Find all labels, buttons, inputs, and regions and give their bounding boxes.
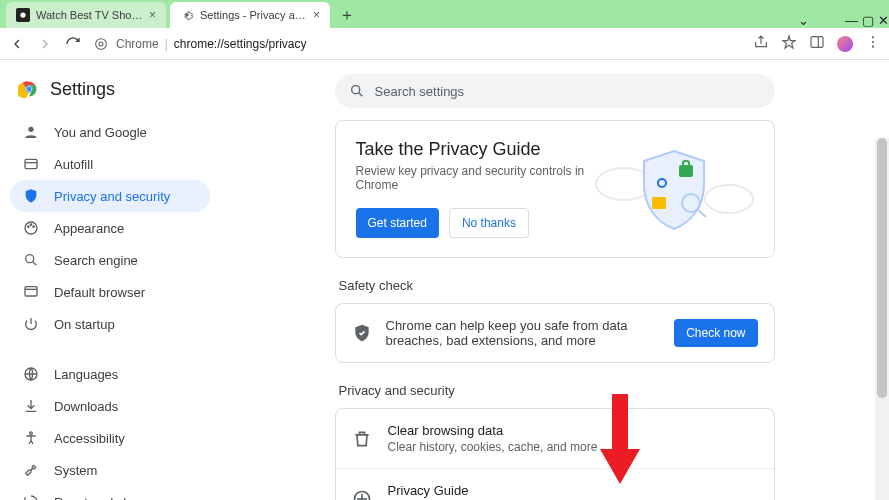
svg-point-2 <box>96 38 107 49</box>
sidebar-item-label: Search engine <box>54 253 138 268</box>
url-prefix: Chrome <box>116 37 159 51</box>
svg-line-35 <box>697 209 706 217</box>
compass-icon <box>352 489 372 501</box>
share-icon[interactable] <box>753 34 769 53</box>
tab-title: Watch Best TV Shows, Serials, S… <box>36 9 143 21</box>
page-title: Settings <box>50 79 115 100</box>
palette-icon <box>22 219 40 237</box>
app-title-row: Settings <box>0 74 220 114</box>
svg-point-23 <box>30 432 33 435</box>
svg-point-15 <box>28 226 29 227</box>
sidebar-item-label: Appearance <box>54 221 124 236</box>
get-started-button[interactable]: Get started <box>356 208 439 238</box>
sidebar-item-system[interactable]: System <box>10 454 210 486</box>
power-icon <box>22 315 40 333</box>
safety-check-header: Safety check <box>339 278 771 293</box>
svg-point-16 <box>30 224 31 225</box>
chrome-logo-icon <box>18 78 40 100</box>
row-clear-browsing-data[interactable]: Clear browsing data Clear history, cooki… <box>336 409 774 469</box>
browser-icon <box>22 283 40 301</box>
browser-tab-0[interactable]: Watch Best TV Shows, Serials, S… × <box>6 2 166 28</box>
minimize-button[interactable]: ― <box>845 13 858 28</box>
annotation-arrow <box>600 394 640 484</box>
chrome-page-icon <box>92 35 110 53</box>
autofill-icon <box>22 155 40 173</box>
download-icon <box>22 397 40 415</box>
address-bar[interactable]: Chrome | chrome://settings/privacy <box>92 35 743 53</box>
svg-point-11 <box>27 87 32 92</box>
sidebar-item-label: Reset and clean up <box>54 495 166 501</box>
sidebar-item-you-and-google[interactable]: You and Google <box>10 116 210 148</box>
trash-icon <box>352 429 372 449</box>
url-path: chrome://settings/privacy <box>174 37 307 51</box>
svg-line-19 <box>33 262 37 266</box>
shield-icon <box>22 187 40 205</box>
guide-title: Take the Privacy Guide <box>356 139 594 160</box>
settings-main: Search settings Take the Privacy Guide R… <box>220 60 889 500</box>
sidebar-item-label: Autofill <box>54 157 93 172</box>
sidebar-item-label: Default browser <box>54 285 145 300</box>
no-thanks-button[interactable]: No thanks <box>449 208 529 238</box>
chevron-down-icon[interactable]: ⌄ <box>798 13 809 28</box>
sidebar-item-downloads[interactable]: Downloads <box>10 390 210 422</box>
safety-check-text: Chrome can help keep you safe from data … <box>386 318 661 348</box>
back-button[interactable] <box>8 35 26 53</box>
browser-toolbar: Chrome | chrome://settings/privacy <box>0 28 889 60</box>
reload-button[interactable] <box>64 35 82 53</box>
svg-rect-13 <box>25 159 37 168</box>
kebab-menu-icon[interactable] <box>865 34 881 53</box>
sidebar-item-label: System <box>54 463 97 478</box>
row-privacy-guide[interactable]: Privacy Guide Review key privacy and sec… <box>336 469 774 500</box>
sidebar-item-reset[interactable]: Reset and clean up <box>10 486 210 500</box>
sidebar-item-on-startup[interactable]: On startup <box>10 308 210 340</box>
side-panel-icon[interactable] <box>809 34 825 53</box>
svg-point-12 <box>28 127 33 132</box>
scrollbar-thumb[interactable] <box>877 138 887 398</box>
privacy-guide-card: Take the Privacy Guide Review key privac… <box>335 120 775 258</box>
sidebar-item-default-browser[interactable]: Default browser <box>10 276 210 308</box>
sidebar-item-privacy-security[interactable]: Privacy and security <box>10 180 210 212</box>
tab-title: Settings - Privacy and security <box>200 9 307 21</box>
check-now-button[interactable]: Check now <box>674 319 757 347</box>
safety-check-card: Chrome can help keep you safe from data … <box>335 303 775 363</box>
scrollbar-track[interactable] <box>875 138 889 500</box>
forward-button[interactable] <box>36 35 54 53</box>
browser-tab-1[interactable]: Settings - Privacy and security × <box>170 2 330 28</box>
svg-point-6 <box>872 36 874 38</box>
new-tab-button[interactable]: ＋ <box>334 2 360 28</box>
svg-marker-45 <box>600 449 640 484</box>
sidebar-item-label: You and Google <box>54 125 147 140</box>
row-title: Privacy Guide <box>388 483 758 498</box>
sidebar-item-search-engine[interactable]: Search engine <box>10 244 210 276</box>
search-icon <box>22 251 40 269</box>
sidebar-item-languages[interactable]: Languages <box>10 358 210 390</box>
svg-point-8 <box>872 46 874 48</box>
sidebar-item-accessibility[interactable]: Accessibility <box>10 422 210 454</box>
svg-rect-4 <box>811 37 823 48</box>
restore-icon <box>22 493 40 500</box>
settings-sidebar: Settings You and Google Autofill Privacy… <box>0 60 220 500</box>
shield-check-icon <box>352 323 372 343</box>
search-icon <box>349 83 365 99</box>
svg-point-29 <box>705 185 753 213</box>
guide-subtitle: Review key privacy and security controls… <box>356 164 594 192</box>
profile-avatar[interactable] <box>837 36 853 52</box>
sidebar-item-label: Downloads <box>54 399 118 414</box>
sidebar-item-autofill[interactable]: Autofill <box>10 148 210 180</box>
svg-point-26 <box>351 86 359 94</box>
guide-illustration <box>594 139 754 239</box>
tab-strip: Watch Best TV Shows, Serials, S… × Setti… <box>0 0 889 28</box>
privacy-security-list: Clear browsing data Clear history, cooki… <box>335 408 775 500</box>
close-icon[interactable]: × <box>149 8 156 22</box>
search-input[interactable]: Search settings <box>335 74 775 108</box>
maximize-button[interactable]: ▢ <box>862 13 874 28</box>
sidebar-item-appearance[interactable]: Appearance <box>10 212 210 244</box>
close-window-button[interactable]: ✕ <box>878 13 889 28</box>
svg-line-27 <box>358 93 362 97</box>
close-icon[interactable]: × <box>313 8 320 22</box>
sidebar-item-label: Languages <box>54 367 118 382</box>
bookmark-icon[interactable] <box>781 34 797 53</box>
sidebar-item-label: On startup <box>54 317 115 332</box>
svg-point-1 <box>20 12 25 17</box>
person-icon <box>22 123 40 141</box>
